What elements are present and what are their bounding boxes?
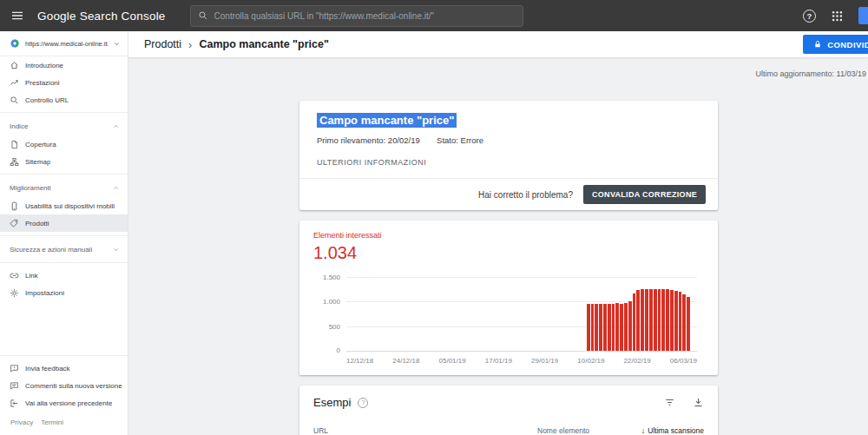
chart-bar [661, 289, 665, 351]
sidebar-item-label: Commenti sulla nuova versione [25, 382, 122, 390]
sidebar-item-label: Impostazioni [25, 289, 64, 297]
privacy-link[interactable]: Privacy [10, 419, 33, 426]
sidebar-section-indice[interactable]: Indice [0, 116, 128, 135]
column-header-url[interactable]: URL [313, 426, 537, 435]
sidebar-item-label: Controllo URL [25, 96, 69, 104]
chart-bar [674, 291, 678, 351]
sidebar-item-invia-feedback[interactable]: Invia feedback [0, 359, 128, 377]
menu-icon[interactable] [10, 9, 24, 23]
mobile-icon [10, 201, 19, 211]
sort-desc-icon: ↓ [641, 426, 646, 435]
divider [0, 112, 128, 113]
examples-header: Esempi ? [313, 396, 704, 409]
share-button-label: CONDIVIDI [827, 40, 868, 49]
avatar[interactable] [858, 7, 868, 24]
divider [0, 355, 128, 356]
sidebar-item-usabilita-mobile[interactable]: Usabilità sui dispositivi mobili [0, 197, 128, 214]
examples-card: Esempi ? URL Nome elemento ↓ Ultima scan… [299, 386, 718, 435]
breadcrumb-root[interactable]: Prodotti [144, 38, 181, 50]
sidebar-item-controllo-url[interactable]: Controllo URL [0, 91, 128, 109]
sitemap-icon [10, 157, 19, 167]
chart-bar [641, 289, 644, 351]
first-detected-value: 20/02/19 [388, 135, 420, 145]
trending-up-icon [10, 78, 19, 88]
topbar: Google Search Console ? [0, 0, 868, 31]
issue-title: Campo mancante "price" [317, 113, 457, 128]
chart-bar [615, 303, 619, 351]
sidebar-item-label: Copertura [25, 141, 56, 148]
x-tick-label: 22/02/19 [624, 357, 651, 365]
column-header-nome-elemento[interactable]: Nome elemento [537, 426, 641, 435]
breadcrumb-current page-title: Campo mancante "price" [199, 38, 328, 50]
divider [0, 174, 128, 175]
affected-items-card: Elementi interessati 1.034 1.500 1.000 5… [299, 221, 718, 375]
share-button[interactable]: CONDIVIDI [803, 35, 868, 54]
sidebar-item-label: Introduzione [25, 62, 63, 69]
chart-bar [658, 289, 661, 352]
examples-title: Esempi [313, 396, 351, 409]
url-inspection-searchbox[interactable] [190, 5, 523, 27]
sidebar-item-introduzione[interactable]: Introduzione [0, 56, 128, 74]
chart-bar [624, 303, 628, 351]
chart-bar [649, 289, 653, 351]
chart-bar [666, 289, 669, 351]
fixed-prompt: Hai corretto il problema? [478, 190, 573, 200]
chevron-up-icon [112, 184, 120, 192]
x-tick-label: 10/02/19 [577, 357, 604, 365]
chevron-down-icon [112, 246, 120, 254]
terms-link[interactable]: Termini [41, 419, 63, 426]
sidebar-item-commenti[interactable]: Commenti sulla nuova versione [0, 377, 128, 394]
chevron-down-icon [113, 40, 121, 48]
lock-icon [813, 40, 822, 49]
search-input[interactable] [214, 11, 516, 21]
help-icon[interactable]: ? [803, 10, 816, 23]
sidebar-item-label: Sitemap [25, 158, 50, 166]
legal-links: Privacy Termini [0, 412, 128, 435]
chart-bar [603, 304, 607, 351]
sidebar-item-impostazioni[interactable]: Impostazioni [0, 284, 128, 301]
section-label: Miglioramenti [10, 184, 112, 192]
sidebar-item-prestazioni[interactable]: Prestazioni [0, 74, 128, 91]
sidebar-section-miglioramenti[interactable]: Miglioramenti [0, 178, 128, 197]
sidebar-item-sitemap[interactable]: Sitemap [0, 153, 128, 170]
app-title: Google Search Console [37, 10, 166, 23]
sidebar-section-sicurezza[interactable]: Sicurezza e azioni manuali [0, 240, 128, 259]
sidebar: https://www.medical-online.it/ Introduzi… [0, 31, 128, 435]
validate-fix-button[interactable]: CONVALIDA CORREZIONE [583, 185, 706, 204]
comment-icon [10, 381, 19, 391]
issue-detail-card: Campo mancante "price" Primo rilevamento… [299, 101, 718, 210]
divider [0, 235, 128, 236]
x-tick-label: 12/12/18 [346, 357, 373, 365]
bar-chart: 1.500 1.000 500 0 [346, 277, 697, 352]
chart-bar [599, 304, 602, 351]
examples-table-header: URL Nome elemento ↓ Ultima scansione [313, 426, 704, 435]
sidebar-item-prodotti[interactable]: Prodotti [0, 214, 128, 232]
sidebar-item-versione-precedente[interactable]: Vai alla versione precedente [0, 394, 128, 412]
chart-bar [587, 304, 590, 351]
download-icon[interactable] [693, 397, 704, 408]
filter-icon[interactable] [664, 397, 675, 408]
sidebar-item-label: Vai alla versione precedente [25, 399, 112, 407]
x-tick-label: 29/01/19 [531, 357, 558, 365]
column-header-ultima-scansione[interactable]: ↓ Ultima scansione [641, 426, 704, 435]
property-selector[interactable]: https://www.medical-online.it/ [0, 31, 128, 56]
chart-bar [628, 301, 632, 351]
sidebar-item-label: Prestazioni [25, 79, 60, 87]
more-info-link[interactable]: ULTERIORI INFORMAZIONI [317, 158, 700, 167]
cards-column: Campo mancante "price" Primo rilevamento… [299, 101, 718, 435]
chart-bar [679, 292, 682, 351]
chart-bar [682, 294, 686, 351]
home-icon [10, 61, 19, 70]
examples-actions [664, 397, 704, 408]
coverage-icon [10, 140, 19, 149]
chart-bar [591, 304, 595, 351]
x-tick-label: 06/03/19 [670, 357, 697, 365]
help-icon[interactable]: ? [358, 398, 368, 408]
chart-bar [595, 304, 598, 351]
link-icon [10, 271, 19, 280]
sidebar-item-copertura[interactable]: Copertura [0, 135, 128, 153]
chart-bar [636, 290, 640, 351]
property-url: https://www.medical-online.it/ [25, 40, 108, 48]
apps-grid-icon[interactable] [831, 10, 844, 23]
sidebar-item-link[interactable]: Link [0, 267, 128, 284]
